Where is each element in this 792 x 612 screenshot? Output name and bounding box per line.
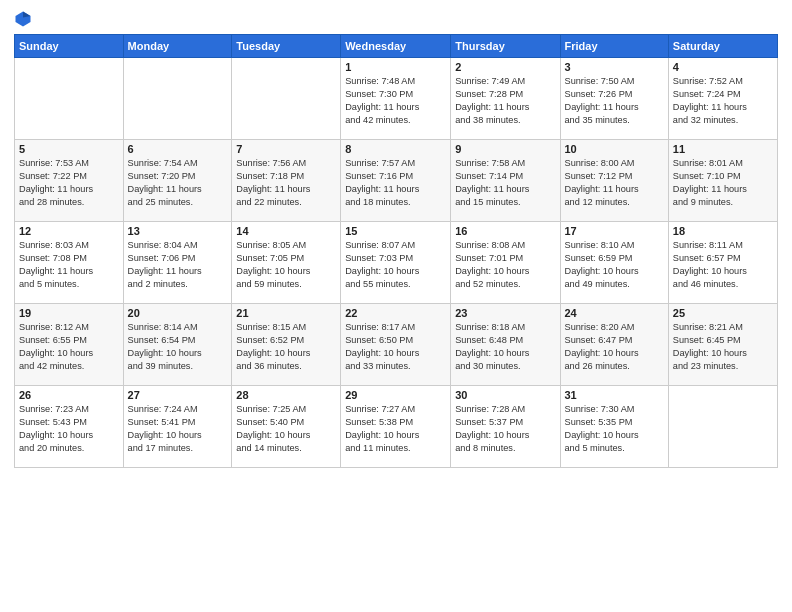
day-cell: 30Sunrise: 7:28 AM Sunset: 5:37 PM Dayli…	[451, 386, 560, 468]
day-cell: 1Sunrise: 7:48 AM Sunset: 7:30 PM Daylig…	[341, 58, 451, 140]
day-info: Sunrise: 7:52 AM Sunset: 7:24 PM Dayligh…	[673, 75, 773, 127]
days-header-row: SundayMondayTuesdayWednesdayThursdayFrid…	[15, 35, 778, 58]
day-cell: 3Sunrise: 7:50 AM Sunset: 7:26 PM Daylig…	[560, 58, 668, 140]
day-info: Sunrise: 8:21 AM Sunset: 6:45 PM Dayligh…	[673, 321, 773, 373]
day-info: Sunrise: 7:48 AM Sunset: 7:30 PM Dayligh…	[345, 75, 446, 127]
day-number: 9	[455, 143, 555, 155]
day-header-monday: Monday	[123, 35, 232, 58]
logo	[14, 10, 36, 28]
day-header-tuesday: Tuesday	[232, 35, 341, 58]
day-cell	[15, 58, 124, 140]
day-number: 31	[565, 389, 664, 401]
day-cell: 22Sunrise: 8:17 AM Sunset: 6:50 PM Dayli…	[341, 304, 451, 386]
day-info: Sunrise: 8:14 AM Sunset: 6:54 PM Dayligh…	[128, 321, 228, 373]
day-cell: 19Sunrise: 8:12 AM Sunset: 6:55 PM Dayli…	[15, 304, 124, 386]
day-number: 3	[565, 61, 664, 73]
day-cell: 24Sunrise: 8:20 AM Sunset: 6:47 PM Dayli…	[560, 304, 668, 386]
week-row-4: 26Sunrise: 7:23 AM Sunset: 5:43 PM Dayli…	[15, 386, 778, 468]
page: SundayMondayTuesdayWednesdayThursdayFrid…	[0, 0, 792, 612]
week-row-3: 19Sunrise: 8:12 AM Sunset: 6:55 PM Dayli…	[15, 304, 778, 386]
day-number: 6	[128, 143, 228, 155]
day-number: 11	[673, 143, 773, 155]
day-info: Sunrise: 8:18 AM Sunset: 6:48 PM Dayligh…	[455, 321, 555, 373]
header	[14, 10, 778, 28]
day-info: Sunrise: 8:04 AM Sunset: 7:06 PM Dayligh…	[128, 239, 228, 291]
day-cell	[668, 386, 777, 468]
day-info: Sunrise: 8:08 AM Sunset: 7:01 PM Dayligh…	[455, 239, 555, 291]
day-cell: 31Sunrise: 7:30 AM Sunset: 5:35 PM Dayli…	[560, 386, 668, 468]
day-cell: 29Sunrise: 7:27 AM Sunset: 5:38 PM Dayli…	[341, 386, 451, 468]
day-cell: 6Sunrise: 7:54 AM Sunset: 7:20 PM Daylig…	[123, 140, 232, 222]
day-number: 2	[455, 61, 555, 73]
day-number: 1	[345, 61, 446, 73]
day-header-sunday: Sunday	[15, 35, 124, 58]
day-number: 7	[236, 143, 336, 155]
logo-icon	[14, 10, 32, 28]
day-cell: 21Sunrise: 8:15 AM Sunset: 6:52 PM Dayli…	[232, 304, 341, 386]
day-info: Sunrise: 7:54 AM Sunset: 7:20 PM Dayligh…	[128, 157, 228, 209]
day-info: Sunrise: 7:49 AM Sunset: 7:28 PM Dayligh…	[455, 75, 555, 127]
day-number: 4	[673, 61, 773, 73]
day-number: 27	[128, 389, 228, 401]
day-info: Sunrise: 8:12 AM Sunset: 6:55 PM Dayligh…	[19, 321, 119, 373]
day-number: 13	[128, 225, 228, 237]
day-cell: 12Sunrise: 8:03 AM Sunset: 7:08 PM Dayli…	[15, 222, 124, 304]
day-cell: 8Sunrise: 7:57 AM Sunset: 7:16 PM Daylig…	[341, 140, 451, 222]
day-cell: 17Sunrise: 8:10 AM Sunset: 6:59 PM Dayli…	[560, 222, 668, 304]
day-number: 20	[128, 307, 228, 319]
day-cell: 13Sunrise: 8:04 AM Sunset: 7:06 PM Dayli…	[123, 222, 232, 304]
day-info: Sunrise: 8:15 AM Sunset: 6:52 PM Dayligh…	[236, 321, 336, 373]
day-cell: 25Sunrise: 8:21 AM Sunset: 6:45 PM Dayli…	[668, 304, 777, 386]
day-info: Sunrise: 7:24 AM Sunset: 5:41 PM Dayligh…	[128, 403, 228, 455]
day-cell: 14Sunrise: 8:05 AM Sunset: 7:05 PM Dayli…	[232, 222, 341, 304]
day-info: Sunrise: 7:50 AM Sunset: 7:26 PM Dayligh…	[565, 75, 664, 127]
day-number: 19	[19, 307, 119, 319]
day-cell: 11Sunrise: 8:01 AM Sunset: 7:10 PM Dayli…	[668, 140, 777, 222]
day-cell: 2Sunrise: 7:49 AM Sunset: 7:28 PM Daylig…	[451, 58, 560, 140]
day-header-friday: Friday	[560, 35, 668, 58]
day-info: Sunrise: 7:53 AM Sunset: 7:22 PM Dayligh…	[19, 157, 119, 209]
day-cell: 4Sunrise: 7:52 AM Sunset: 7:24 PM Daylig…	[668, 58, 777, 140]
day-number: 26	[19, 389, 119, 401]
day-number: 8	[345, 143, 446, 155]
day-number: 16	[455, 225, 555, 237]
day-info: Sunrise: 7:27 AM Sunset: 5:38 PM Dayligh…	[345, 403, 446, 455]
day-cell: 23Sunrise: 8:18 AM Sunset: 6:48 PM Dayli…	[451, 304, 560, 386]
day-cell: 26Sunrise: 7:23 AM Sunset: 5:43 PM Dayli…	[15, 386, 124, 468]
day-number: 24	[565, 307, 664, 319]
day-info: Sunrise: 7:58 AM Sunset: 7:14 PM Dayligh…	[455, 157, 555, 209]
day-cell: 20Sunrise: 8:14 AM Sunset: 6:54 PM Dayli…	[123, 304, 232, 386]
day-number: 12	[19, 225, 119, 237]
day-number: 28	[236, 389, 336, 401]
day-cell: 18Sunrise: 8:11 AM Sunset: 6:57 PM Dayli…	[668, 222, 777, 304]
day-info: Sunrise: 8:11 AM Sunset: 6:57 PM Dayligh…	[673, 239, 773, 291]
day-cell	[123, 58, 232, 140]
day-info: Sunrise: 7:57 AM Sunset: 7:16 PM Dayligh…	[345, 157, 446, 209]
day-number: 29	[345, 389, 446, 401]
week-row-2: 12Sunrise: 8:03 AM Sunset: 7:08 PM Dayli…	[15, 222, 778, 304]
day-number: 18	[673, 225, 773, 237]
day-header-thursday: Thursday	[451, 35, 560, 58]
day-info: Sunrise: 7:30 AM Sunset: 5:35 PM Dayligh…	[565, 403, 664, 455]
week-row-0: 1Sunrise: 7:48 AM Sunset: 7:30 PM Daylig…	[15, 58, 778, 140]
day-number: 17	[565, 225, 664, 237]
day-cell: 10Sunrise: 8:00 AM Sunset: 7:12 PM Dayli…	[560, 140, 668, 222]
day-info: Sunrise: 7:28 AM Sunset: 5:37 PM Dayligh…	[455, 403, 555, 455]
day-number: 23	[455, 307, 555, 319]
day-cell	[232, 58, 341, 140]
day-number: 30	[455, 389, 555, 401]
day-cell: 27Sunrise: 7:24 AM Sunset: 5:41 PM Dayli…	[123, 386, 232, 468]
day-header-wednesday: Wednesday	[341, 35, 451, 58]
day-info: Sunrise: 7:56 AM Sunset: 7:18 PM Dayligh…	[236, 157, 336, 209]
calendar: SundayMondayTuesdayWednesdayThursdayFrid…	[14, 34, 778, 468]
day-info: Sunrise: 8:00 AM Sunset: 7:12 PM Dayligh…	[565, 157, 664, 209]
day-header-saturday: Saturday	[668, 35, 777, 58]
day-number: 14	[236, 225, 336, 237]
day-info: Sunrise: 8:03 AM Sunset: 7:08 PM Dayligh…	[19, 239, 119, 291]
day-info: Sunrise: 8:20 AM Sunset: 6:47 PM Dayligh…	[565, 321, 664, 373]
day-info: Sunrise: 7:23 AM Sunset: 5:43 PM Dayligh…	[19, 403, 119, 455]
day-number: 21	[236, 307, 336, 319]
day-number: 15	[345, 225, 446, 237]
day-number: 10	[565, 143, 664, 155]
day-cell: 15Sunrise: 8:07 AM Sunset: 7:03 PM Dayli…	[341, 222, 451, 304]
